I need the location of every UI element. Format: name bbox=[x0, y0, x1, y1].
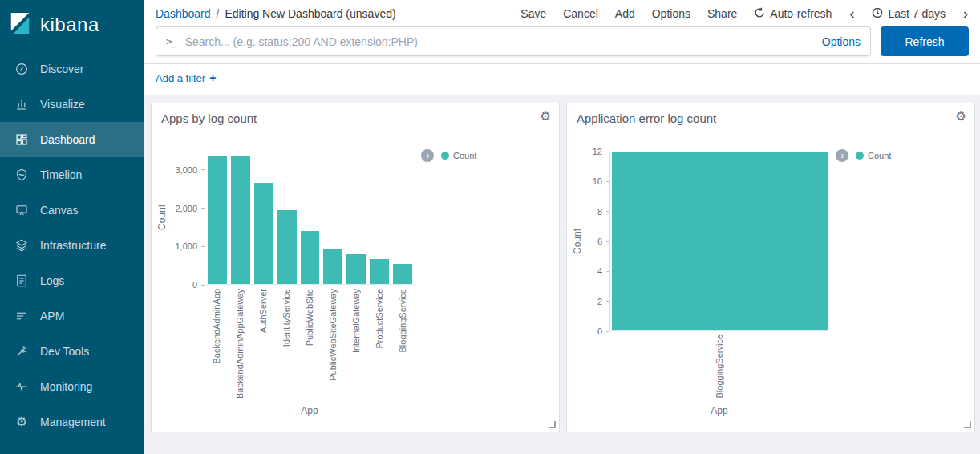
legend-dot-icon bbox=[441, 152, 449, 160]
logo-text: kibana bbox=[40, 14, 99, 36]
query-bar: >_ Options Refresh bbox=[144, 22, 980, 64]
save-button[interactable]: Save bbox=[520, 7, 546, 20]
add-filter-label: Add a filter bbox=[156, 72, 205, 84]
sidebar-item-infrastructure[interactable]: Infrastructure bbox=[0, 228, 144, 263]
x-category-label: PublicWebSiteGateway bbox=[328, 289, 338, 381]
sidebar-item-discover[interactable]: Discover bbox=[0, 51, 144, 87]
canvas-icon bbox=[14, 203, 30, 217]
x-category-slot: ProductService bbox=[370, 289, 389, 403]
time-range-button[interactable]: Last 7 days bbox=[872, 7, 946, 21]
y-tick: 6 bbox=[597, 237, 609, 246]
search-input[interactable] bbox=[185, 35, 814, 48]
legend-item-count[interactable]: Count bbox=[856, 151, 891, 160]
legend: › Count bbox=[836, 149, 891, 162]
legend-label: Count bbox=[453, 151, 476, 160]
sidebar-item-label: Visualize bbox=[40, 98, 85, 111]
y-tick: 1,000 bbox=[175, 241, 205, 251]
bar-BackendAdminApp[interactable] bbox=[208, 156, 227, 284]
breadcrumb: Dashboard / Editing New Dashboard (unsav… bbox=[156, 7, 396, 20]
bar-slot bbox=[393, 151, 412, 284]
bar-InternalGateway[interactable] bbox=[346, 254, 366, 284]
sidebar-item-management[interactable]: ⚙ Management bbox=[0, 404, 144, 440]
sidebar-item-timelion[interactable]: Timelion bbox=[0, 157, 144, 193]
x-category-label: ProductService bbox=[375, 289, 384, 349]
search-box: >_ Options bbox=[156, 26, 871, 56]
sidebar-item-label: Monitoring bbox=[40, 380, 92, 393]
resize-handle-icon[interactable] bbox=[549, 421, 556, 428]
main-content: Dashboard / Editing New Dashboard (unsav… bbox=[144, 0, 980, 454]
sidebar-item-dashboard[interactable]: Dashboard bbox=[0, 122, 144, 157]
add-filter-button[interactable]: Add a filter + bbox=[156, 71, 216, 84]
x-category-slot: PublicWebSiteGateway bbox=[323, 289, 342, 403]
sidebar-item-label: Discover bbox=[40, 63, 83, 75]
options-button[interactable]: Options bbox=[652, 7, 690, 20]
kibana-logo[interactable]: kibana bbox=[0, 0, 144, 51]
chevron-left-icon[interactable]: ‹ bbox=[848, 6, 855, 21]
auto-refresh-button[interactable]: Auto-refresh bbox=[754, 7, 832, 21]
x-category-slot: PublicWebSite bbox=[300, 289, 319, 403]
x-axis-title: App bbox=[205, 405, 415, 416]
plus-icon: + bbox=[209, 71, 216, 84]
sidebar-item-label: Infrastructure bbox=[40, 239, 106, 252]
add-button[interactable]: Add bbox=[615, 7, 635, 20]
bar-slot bbox=[277, 151, 297, 284]
x-axis-title: App bbox=[609, 405, 829, 416]
x-category-slot: BackendAdminAppGateway bbox=[230, 289, 249, 403]
sidebar-item-label: APM bbox=[40, 310, 64, 322]
sidebar-item-logs[interactable]: Logs bbox=[0, 263, 144, 298]
management-icon: ⚙ bbox=[14, 415, 30, 428]
filter-bar: Add a filter + bbox=[144, 64, 980, 95]
breadcrumb-dashboard-link[interactable]: Dashboard bbox=[156, 7, 211, 20]
bar-PublicWebSite[interactable] bbox=[301, 231, 320, 284]
query-options-link[interactable]: Options bbox=[822, 35, 861, 48]
bar-chart-application-error-log-count: Count 024681012 BloggingService App › Co… bbox=[567, 103, 974, 432]
breadcrumb-current: Editing New Dashboard (unsaved) bbox=[225, 7, 395, 20]
top-actions: Save Cancel Add Options Share Auto-refre… bbox=[520, 6, 969, 21]
sidebar-item-label: Dev Tools bbox=[40, 345, 89, 358]
bar-IdentityService[interactable] bbox=[277, 210, 297, 284]
x-category-label: BackendAdminAppGateway bbox=[235, 289, 245, 399]
y-tick: 10 bbox=[593, 176, 609, 186]
x-category-label: BloggingService bbox=[715, 334, 724, 399]
x-category-slot: IdentityService bbox=[277, 289, 296, 403]
x-category-label: InternalGateway bbox=[351, 289, 361, 353]
chevron-right-icon[interactable]: › bbox=[962, 6, 969, 21]
legend-item-count[interactable]: Count bbox=[441, 151, 476, 160]
sidebar-item-dev-tools[interactable]: Dev Tools bbox=[0, 334, 144, 369]
share-button[interactable]: Share bbox=[707, 7, 737, 20]
legend-label: Count bbox=[868, 151, 891, 160]
discover-icon bbox=[14, 62, 30, 76]
panel-application-error-log-count: Application error log count ⚙ Count 0246… bbox=[566, 103, 975, 432]
plot-area bbox=[609, 152, 829, 331]
apm-icon bbox=[14, 309, 30, 323]
sidebar-item-visualize[interactable]: Visualize bbox=[0, 87, 144, 122]
sidebar-item-apm[interactable]: APM bbox=[0, 298, 144, 334]
bar-BackendAdminAppGateway[interactable] bbox=[231, 156, 250, 284]
x-category-slot: BloggingService bbox=[612, 334, 827, 403]
y-tick: 2 bbox=[597, 297, 609, 306]
devtools-icon bbox=[14, 344, 30, 359]
sidebar-item-label: Canvas bbox=[40, 204, 78, 217]
sidebar-item-label: Timelion bbox=[40, 168, 82, 181]
x-category-slot: AuthServer bbox=[253, 289, 273, 403]
y-tick: 0 bbox=[192, 280, 205, 290]
cancel-button[interactable]: Cancel bbox=[563, 7, 598, 20]
bar-AuthServer[interactable] bbox=[254, 183, 273, 284]
x-category-slot: BackendAdminApp bbox=[207, 289, 226, 403]
bar-PublicWebSiteGateway[interactable] bbox=[323, 249, 342, 284]
x-category-label: PublicWebSite bbox=[305, 289, 314, 346]
resize-handle-icon[interactable] bbox=[964, 421, 971, 428]
sidebar-item-canvas[interactable]: Canvas bbox=[0, 193, 144, 228]
x-category-label: IdentityService bbox=[281, 289, 291, 347]
legend-toggle-icon[interactable]: › bbox=[836, 149, 848, 162]
bar-ProductService[interactable] bbox=[370, 259, 389, 284]
logs-icon bbox=[14, 274, 30, 288]
refresh-button[interactable]: Refresh bbox=[881, 26, 969, 56]
y-tick: 3,000 bbox=[175, 165, 205, 175]
sidebar-item-label: Management bbox=[40, 415, 106, 428]
sidebar-item-monitoring[interactable]: Monitoring bbox=[0, 369, 144, 404]
bar-BloggingService[interactable] bbox=[393, 264, 412, 284]
bar-BloggingService[interactable] bbox=[612, 152, 828, 330]
plot-area bbox=[205, 151, 415, 285]
legend-toggle-icon[interactable]: › bbox=[421, 149, 434, 162]
